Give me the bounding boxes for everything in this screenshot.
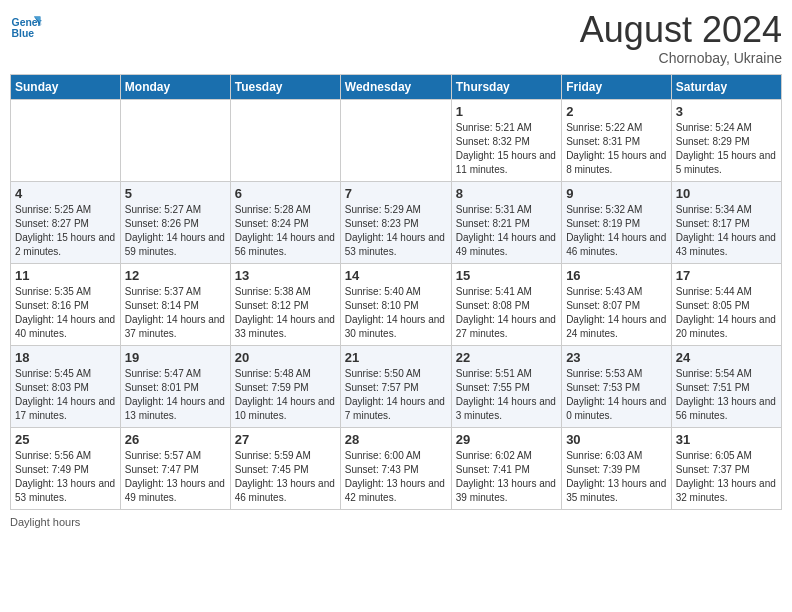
calendar-cell: 7Sunrise: 5:29 AM Sunset: 8:23 PM Daylig… xyxy=(340,181,451,263)
day-info: Sunrise: 5:21 AM Sunset: 8:32 PM Dayligh… xyxy=(456,121,557,177)
day-number: 27 xyxy=(235,432,336,447)
day-info: Sunrise: 5:24 AM Sunset: 8:29 PM Dayligh… xyxy=(676,121,777,177)
calendar-cell: 28Sunrise: 6:00 AM Sunset: 7:43 PM Dayli… xyxy=(340,427,451,509)
day-number: 20 xyxy=(235,350,336,365)
calendar-cell: 12Sunrise: 5:37 AM Sunset: 8:14 PM Dayli… xyxy=(120,263,230,345)
day-info: Sunrise: 5:47 AM Sunset: 8:01 PM Dayligh… xyxy=(125,367,226,423)
calendar-cell: 23Sunrise: 5:53 AM Sunset: 7:53 PM Dayli… xyxy=(562,345,672,427)
logo: General Blue xyxy=(10,10,42,42)
calendar-cell: 11Sunrise: 5:35 AM Sunset: 8:16 PM Dayli… xyxy=(11,263,121,345)
day-info: Sunrise: 5:37 AM Sunset: 8:14 PM Dayligh… xyxy=(125,285,226,341)
day-info: Sunrise: 5:40 AM Sunset: 8:10 PM Dayligh… xyxy=(345,285,447,341)
day-number: 8 xyxy=(456,186,557,201)
day-number: 5 xyxy=(125,186,226,201)
column-header-saturday: Saturday xyxy=(671,74,781,99)
calendar-cell: 14Sunrise: 5:40 AM Sunset: 8:10 PM Dayli… xyxy=(340,263,451,345)
column-header-friday: Friday xyxy=(562,74,672,99)
footer-note: Daylight hours xyxy=(10,516,782,528)
day-info: Sunrise: 5:57 AM Sunset: 7:47 PM Dayligh… xyxy=(125,449,226,505)
day-number: 6 xyxy=(235,186,336,201)
svg-text:Blue: Blue xyxy=(12,28,35,39)
title-block: August 2024 Chornobay, Ukraine xyxy=(580,10,782,66)
day-info: Sunrise: 5:34 AM Sunset: 8:17 PM Dayligh… xyxy=(676,203,777,259)
calendar-header-row: SundayMondayTuesdayWednesdayThursdayFrid… xyxy=(11,74,782,99)
daylight-note: Daylight hours xyxy=(10,516,80,528)
day-info: Sunrise: 6:05 AM Sunset: 7:37 PM Dayligh… xyxy=(676,449,777,505)
day-info: Sunrise: 5:43 AM Sunset: 8:07 PM Dayligh… xyxy=(566,285,667,341)
day-info: Sunrise: 5:45 AM Sunset: 8:03 PM Dayligh… xyxy=(15,367,116,423)
day-info: Sunrise: 5:27 AM Sunset: 8:26 PM Dayligh… xyxy=(125,203,226,259)
calendar-cell: 10Sunrise: 5:34 AM Sunset: 8:17 PM Dayli… xyxy=(671,181,781,263)
calendar-cell: 20Sunrise: 5:48 AM Sunset: 7:59 PM Dayli… xyxy=(230,345,340,427)
day-info: Sunrise: 5:59 AM Sunset: 7:45 PM Dayligh… xyxy=(235,449,336,505)
calendar-cell: 2Sunrise: 5:22 AM Sunset: 8:31 PM Daylig… xyxy=(562,99,672,181)
calendar-cell: 19Sunrise: 5:47 AM Sunset: 8:01 PM Dayli… xyxy=(120,345,230,427)
calendar-cell: 29Sunrise: 6:02 AM Sunset: 7:41 PM Dayli… xyxy=(451,427,561,509)
day-number: 12 xyxy=(125,268,226,283)
day-number: 24 xyxy=(676,350,777,365)
day-number: 14 xyxy=(345,268,447,283)
day-info: Sunrise: 5:56 AM Sunset: 7:49 PM Dayligh… xyxy=(15,449,116,505)
day-info: Sunrise: 5:25 AM Sunset: 8:27 PM Dayligh… xyxy=(15,203,116,259)
calendar-cell xyxy=(11,99,121,181)
day-info: Sunrise: 5:44 AM Sunset: 8:05 PM Dayligh… xyxy=(676,285,777,341)
calendar-cell: 30Sunrise: 6:03 AM Sunset: 7:39 PM Dayli… xyxy=(562,427,672,509)
day-number: 21 xyxy=(345,350,447,365)
day-number: 26 xyxy=(125,432,226,447)
day-number: 28 xyxy=(345,432,447,447)
day-number: 31 xyxy=(676,432,777,447)
day-number: 16 xyxy=(566,268,667,283)
day-number: 15 xyxy=(456,268,557,283)
column-header-thursday: Thursday xyxy=(451,74,561,99)
day-info: Sunrise: 5:28 AM Sunset: 8:24 PM Dayligh… xyxy=(235,203,336,259)
column-header-wednesday: Wednesday xyxy=(340,74,451,99)
calendar-table: SundayMondayTuesdayWednesdayThursdayFrid… xyxy=(10,74,782,510)
day-number: 3 xyxy=(676,104,777,119)
day-info: Sunrise: 6:02 AM Sunset: 7:41 PM Dayligh… xyxy=(456,449,557,505)
location-subtitle: Chornobay, Ukraine xyxy=(580,50,782,66)
calendar-week-row: 4Sunrise: 5:25 AM Sunset: 8:27 PM Daylig… xyxy=(11,181,782,263)
calendar-cell xyxy=(340,99,451,181)
day-number: 1 xyxy=(456,104,557,119)
day-number: 11 xyxy=(15,268,116,283)
column-header-monday: Monday xyxy=(120,74,230,99)
calendar-cell: 15Sunrise: 5:41 AM Sunset: 8:08 PM Dayli… xyxy=(451,263,561,345)
day-info: Sunrise: 5:54 AM Sunset: 7:51 PM Dayligh… xyxy=(676,367,777,423)
calendar-cell: 25Sunrise: 5:56 AM Sunset: 7:49 PM Dayli… xyxy=(11,427,121,509)
day-number: 9 xyxy=(566,186,667,201)
day-number: 10 xyxy=(676,186,777,201)
calendar-cell: 8Sunrise: 5:31 AM Sunset: 8:21 PM Daylig… xyxy=(451,181,561,263)
calendar-cell: 24Sunrise: 5:54 AM Sunset: 7:51 PM Dayli… xyxy=(671,345,781,427)
calendar-cell: 13Sunrise: 5:38 AM Sunset: 8:12 PM Dayli… xyxy=(230,263,340,345)
calendar-cell: 26Sunrise: 5:57 AM Sunset: 7:47 PM Dayli… xyxy=(120,427,230,509)
month-year-title: August 2024 xyxy=(580,10,782,50)
day-info: Sunrise: 5:51 AM Sunset: 7:55 PM Dayligh… xyxy=(456,367,557,423)
day-number: 19 xyxy=(125,350,226,365)
day-info: Sunrise: 5:29 AM Sunset: 8:23 PM Dayligh… xyxy=(345,203,447,259)
day-info: Sunrise: 5:32 AM Sunset: 8:19 PM Dayligh… xyxy=(566,203,667,259)
day-info: Sunrise: 5:35 AM Sunset: 8:16 PM Dayligh… xyxy=(15,285,116,341)
calendar-cell: 18Sunrise: 5:45 AM Sunset: 8:03 PM Dayli… xyxy=(11,345,121,427)
calendar-week-row: 1Sunrise: 5:21 AM Sunset: 8:32 PM Daylig… xyxy=(11,99,782,181)
day-info: Sunrise: 6:03 AM Sunset: 7:39 PM Dayligh… xyxy=(566,449,667,505)
page-header: General Blue August 2024 Chornobay, Ukra… xyxy=(10,10,782,66)
day-number: 4 xyxy=(15,186,116,201)
calendar-cell: 22Sunrise: 5:51 AM Sunset: 7:55 PM Dayli… xyxy=(451,345,561,427)
day-info: Sunrise: 5:38 AM Sunset: 8:12 PM Dayligh… xyxy=(235,285,336,341)
logo-icon: General Blue xyxy=(10,10,42,42)
day-number: 30 xyxy=(566,432,667,447)
day-info: Sunrise: 5:22 AM Sunset: 8:31 PM Dayligh… xyxy=(566,121,667,177)
day-number: 17 xyxy=(676,268,777,283)
day-info: Sunrise: 5:41 AM Sunset: 8:08 PM Dayligh… xyxy=(456,285,557,341)
column-header-sunday: Sunday xyxy=(11,74,121,99)
calendar-cell xyxy=(120,99,230,181)
day-number: 22 xyxy=(456,350,557,365)
day-number: 25 xyxy=(15,432,116,447)
calendar-cell: 5Sunrise: 5:27 AM Sunset: 8:26 PM Daylig… xyxy=(120,181,230,263)
day-info: Sunrise: 6:00 AM Sunset: 7:43 PM Dayligh… xyxy=(345,449,447,505)
calendar-cell: 4Sunrise: 5:25 AM Sunset: 8:27 PM Daylig… xyxy=(11,181,121,263)
day-number: 18 xyxy=(15,350,116,365)
calendar-cell: 3Sunrise: 5:24 AM Sunset: 8:29 PM Daylig… xyxy=(671,99,781,181)
calendar-cell: 21Sunrise: 5:50 AM Sunset: 7:57 PM Dayli… xyxy=(340,345,451,427)
calendar-cell: 1Sunrise: 5:21 AM Sunset: 8:32 PM Daylig… xyxy=(451,99,561,181)
